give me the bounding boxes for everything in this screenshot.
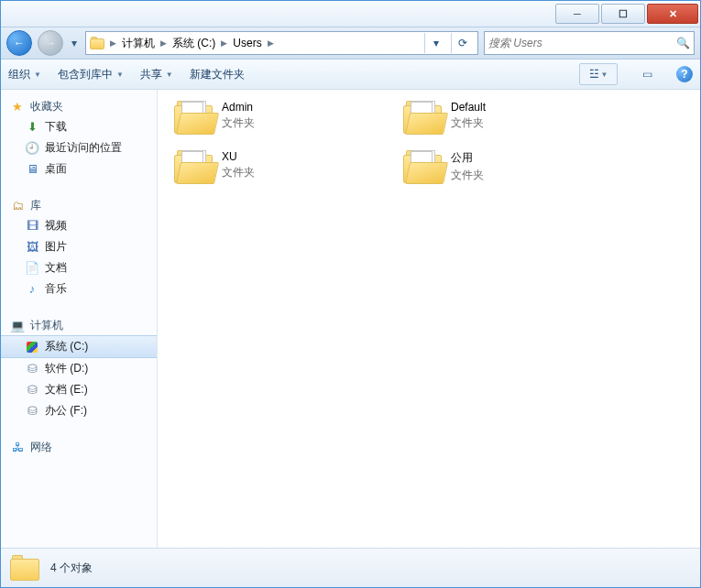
folder-item-default[interactable]: Default 文件夹 <box>403 101 596 134</box>
folder-item-admin[interactable]: Admin 文件夹 <box>174 101 367 134</box>
folder-item-xu[interactable]: XU 文件夹 <box>174 150 367 183</box>
nav-back-button[interactable]: ← <box>6 30 32 56</box>
folder-item-public[interactable]: 公用 文件夹 <box>403 150 596 183</box>
nav-drive-d-label: 软件 (D:) <box>45 361 88 376</box>
nav-group-favorites: ★ 收藏夹 ⬇ 下载 🕘 最近访问的位置 🖥 桌面 <box>1 97 157 180</box>
nav-network-label: 网络 <box>30 440 52 455</box>
toolbar-organize[interactable]: 组织 ▼ <box>8 67 41 82</box>
nav-recent-label: 最近访问的位置 <box>45 140 122 156</box>
folder-icon <box>403 101 442 134</box>
navigation-pane: ★ 收藏夹 ⬇ 下载 🕘 最近访问的位置 🖥 桌面 🗂 <box>1 90 158 548</box>
search-placeholder: 搜索 Users <box>488 36 542 51</box>
breadcrumb-sep: ▶ <box>266 38 276 48</box>
nav-drive-f[interactable]: ⛁ 办公 (F:) <box>1 400 157 421</box>
status-count-label: 4 个对象 <box>50 561 93 576</box>
toolbar-help-button[interactable]: ? <box>676 66 693 82</box>
toolbar-preview-pane-button[interactable]: ▭ <box>634 63 660 85</box>
folder-icon <box>90 36 104 50</box>
minimize-icon: ─ <box>574 9 581 19</box>
nav-history-dropdown[interactable]: ▾ <box>69 31 80 55</box>
nav-music-label: 音乐 <box>45 281 67 297</box>
nav-computer-label: 计算机 <box>30 318 63 333</box>
breadcrumb-computer[interactable]: 计算机 <box>122 36 155 51</box>
toolbar-view-button[interactable]: ☳ ▼ <box>579 63 618 85</box>
toolbar-organize-label: 组织 <box>8 67 30 82</box>
address-bar[interactable]: ▶ 计算机 ▶ 系统 (C:) ▶ Users ▶ ▾ ⟳ <box>85 31 478 55</box>
refresh-button[interactable]: ⟳ <box>451 33 474 53</box>
nav-pictures-label: 图片 <box>45 239 67 255</box>
chevron-down-icon: ▼ <box>116 71 124 79</box>
toolbar: 组织 ▼ 包含到库中 ▼ 共享 ▼ 新建文件夹 ☳ ▼ ▭ ? <box>1 60 700 90</box>
folder-meta: XU 文件夹 <box>222 150 255 180</box>
nav-pictures[interactable]: 🖼 图片 <box>1 236 157 257</box>
drive-c-icon <box>25 340 39 354</box>
close-icon: ✕ <box>669 9 677 19</box>
folder-icon <box>174 150 213 183</box>
nav-recent[interactable]: 🕘 最近访问的位置 <box>1 137 157 158</box>
video-icon: 🎞 <box>25 219 39 234</box>
computer-icon: 💻 <box>10 319 25 333</box>
nav-group-libraries: 🗂 库 🎞 视频 🖼 图片 📄 文档 ♪ 音乐 <box>1 196 157 299</box>
address-row: ← → ▾ ▶ 计算机 ▶ 系统 (C:) ▶ Users ▶ ▾ ⟳ 搜索 U… <box>1 27 700 60</box>
star-icon: ★ <box>10 100 25 114</box>
toolbar-share-label: 共享 <box>140 67 162 82</box>
address-dropdown-button[interactable]: ▾ <box>424 33 447 53</box>
search-icon: 🔍 <box>676 37 690 49</box>
document-icon: 📄 <box>25 261 39 276</box>
drive-icon: ⛁ <box>25 383 39 397</box>
nav-network-header[interactable]: 🖧 网络 <box>1 438 157 457</box>
nav-group-network: 🖧 网络 <box>1 438 157 457</box>
folder-icon <box>403 150 442 183</box>
breadcrumb-sep: ▶ <box>108 38 118 48</box>
nav-videos[interactable]: 🎞 视频 <box>1 215 157 236</box>
window-controls: ─ ☐ ✕ <box>555 4 698 24</box>
minimize-button[interactable]: ─ <box>555 4 599 24</box>
chevron-down-icon: ▾ <box>71 37 77 49</box>
search-input[interactable]: 搜索 Users 🔍 <box>484 31 695 55</box>
breadcrumb-sep: ▶ <box>219 38 229 48</box>
arrow-right-icon: → <box>45 37 56 49</box>
breadcrumb-drive-c[interactable]: 系统 (C:) <box>172 36 215 51</box>
nav-documents[interactable]: 📄 文档 <box>1 257 157 278</box>
breadcrumb-sep: ▶ <box>159 38 169 48</box>
nav-drive-e[interactable]: ⛁ 文档 (E:) <box>1 379 157 400</box>
maximize-icon: ☐ <box>619 9 628 19</box>
toolbar-newfolder-label: 新建文件夹 <box>190 67 245 82</box>
content-pane[interactable]: Admin 文件夹 Default 文件夹 XU 文 <box>158 90 700 548</box>
drive-icon: ⛁ <box>25 404 39 419</box>
nav-group-computer: 💻 计算机 系统 (C:) ⛁ 软件 (D:) ⛁ 文档 (E:) ⛁ <box>1 316 157 421</box>
preview-pane-icon: ▭ <box>642 68 652 81</box>
chevron-down-icon: ▼ <box>34 71 41 79</box>
toolbar-new-folder[interactable]: 新建文件夹 <box>190 67 245 82</box>
help-icon: ? <box>681 68 687 81</box>
folder-name: 公用 <box>451 150 484 166</box>
toolbar-share[interactable]: 共享 ▼ <box>140 67 173 82</box>
nav-drive-c[interactable]: 系统 (C:) <box>1 335 157 358</box>
toolbar-include-in-library[interactable]: 包含到库中 ▼ <box>58 67 124 82</box>
nav-music[interactable]: ♪ 音乐 <box>1 278 157 299</box>
nav-drive-e-label: 文档 (E:) <box>45 382 88 397</box>
network-icon: 🖧 <box>10 441 25 455</box>
nav-favorites-header[interactable]: ★ 收藏夹 <box>1 97 157 116</box>
folder-name: Default <box>451 101 486 114</box>
nav-desktop[interactable]: 🖥 桌面 <box>1 158 157 180</box>
view-icon: ☳ <box>589 68 599 81</box>
breadcrumb-users[interactable]: Users <box>233 37 261 49</box>
close-button[interactable]: ✕ <box>647 4 698 24</box>
explorer-window: ─ ☐ ✕ ← → ▾ ▶ 计算机 ▶ 系统 (C:) ▶ Users ▶ ▾ <box>0 0 701 588</box>
download-icon: ⬇ <box>25 120 39 135</box>
picture-icon: 🖼 <box>25 240 39 255</box>
folder-icon <box>10 555 39 581</box>
maximize-button[interactable]: ☐ <box>601 4 645 24</box>
nav-drive-f-label: 办公 (F:) <box>45 403 87 419</box>
nav-libraries-header[interactable]: 🗂 库 <box>1 196 157 215</box>
folder-type: 文件夹 <box>451 168 484 183</box>
titlebar: ─ ☐ ✕ <box>1 1 700 27</box>
chevron-down-icon: ▼ <box>166 71 173 79</box>
nav-downloads[interactable]: ⬇ 下载 <box>1 116 157 137</box>
nav-computer-header[interactable]: 💻 计算机 <box>1 316 157 335</box>
status-bar: 4 个对象 <box>1 548 700 587</box>
recent-icon: 🕘 <box>25 141 39 156</box>
nav-drive-d[interactable]: ⛁ 软件 (D:) <box>1 358 157 379</box>
nav-forward-button[interactable]: → <box>38 30 63 56</box>
